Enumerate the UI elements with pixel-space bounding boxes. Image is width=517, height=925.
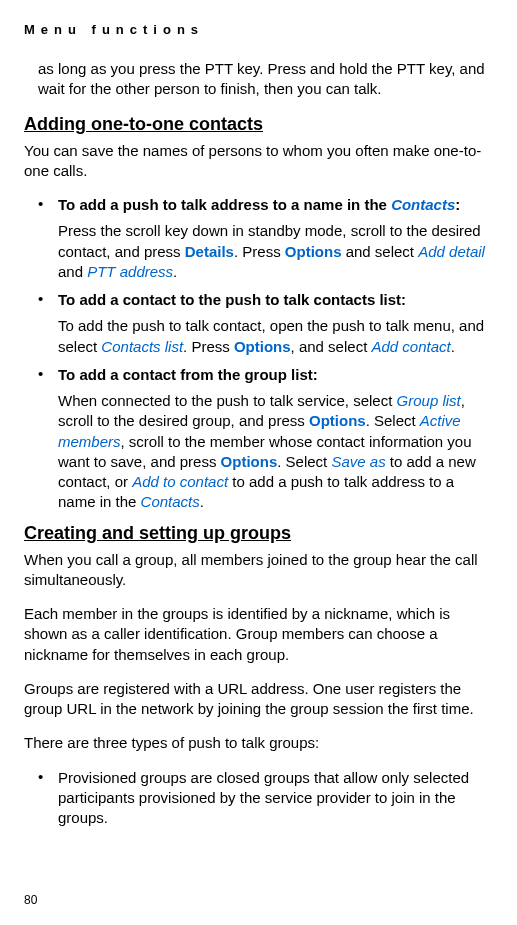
bullet-heading: To add a contact to the push to talk con… <box>58 290 493 310</box>
list-item: Provisioned groups are closed groups tha… <box>38 768 493 829</box>
intro-paragraph: as long as you press the PTT key. Press … <box>38 59 493 100</box>
bullet-body: When connected to the push to talk servi… <box>58 391 493 513</box>
list-item: To add a push to talk address to a name … <box>38 195 493 282</box>
ui-term: Options <box>309 412 366 429</box>
ui-term: PTT address <box>87 263 173 280</box>
page-header: Menu functions <box>24 22 493 37</box>
ui-term: Contacts <box>391 196 455 213</box>
ui-term: Group list <box>397 392 461 409</box>
bullet-body: Press the scroll key down in standby mod… <box>58 221 493 282</box>
paragraph: When you call a group, all members joine… <box>24 550 493 591</box>
list-item: To add a contact from the group list:Whe… <box>38 365 493 513</box>
ui-term: Contacts list <box>101 338 183 355</box>
ui-term: Add to contact <box>132 473 228 490</box>
bullet-text: Provisioned groups are closed groups tha… <box>58 768 493 829</box>
ui-term: Options <box>234 338 291 355</box>
section1-intro: You can save the names of persons to who… <box>24 141 493 182</box>
ui-term: Contacts <box>141 493 200 510</box>
page-number: 80 <box>24 893 37 907</box>
section-heading-creating-groups: Creating and setting up groups <box>24 523 493 544</box>
ui-term: Active members <box>58 412 461 449</box>
bullet-heading: To add a push to talk address to a name … <box>58 195 493 215</box>
section2-bullet-list: Provisioned groups are closed groups tha… <box>38 768 493 829</box>
section1-bullet-list: To add a push to talk address to a name … <box>38 195 493 513</box>
paragraph: There are three types of push to talk gr… <box>24 733 493 753</box>
ui-term: Add detail <box>418 243 485 260</box>
ui-term: Details <box>185 243 234 260</box>
ui-term: Save as <box>331 453 385 470</box>
paragraph: Groups are registered with a URL address… <box>24 679 493 720</box>
ui-term: Add contact <box>371 338 450 355</box>
list-item: To add a contact to the push to talk con… <box>38 290 493 357</box>
ui-term: Options <box>285 243 342 260</box>
bullet-heading: To add a contact from the group list: <box>58 365 493 385</box>
ui-term: Options <box>221 453 278 470</box>
paragraph: Each member in the groups is identified … <box>24 604 493 665</box>
bullet-body: To add the push to talk contact, open th… <box>58 316 493 357</box>
section-heading-adding-contacts: Adding one-to-one contacts <box>24 114 493 135</box>
